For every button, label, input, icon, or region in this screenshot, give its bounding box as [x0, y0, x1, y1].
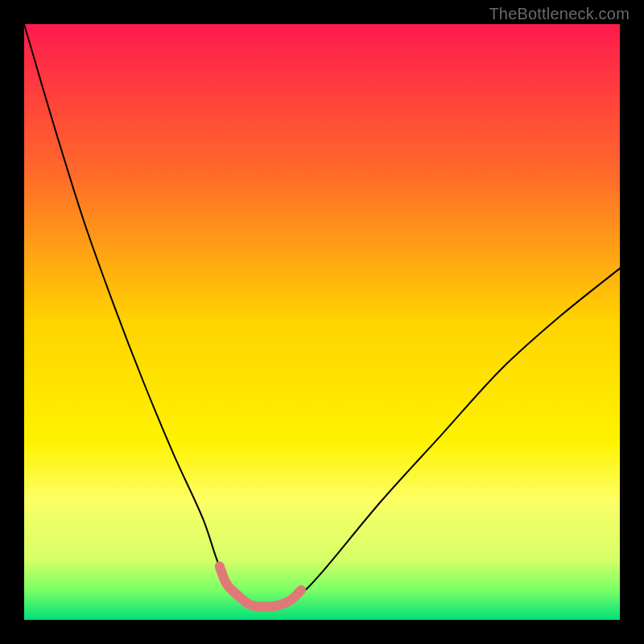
bottleneck-chart [24, 24, 620, 620]
chart-svg [24, 24, 620, 620]
chart-background [24, 24, 620, 620]
watermark-text: TheBottleneck.com [489, 5, 630, 23]
